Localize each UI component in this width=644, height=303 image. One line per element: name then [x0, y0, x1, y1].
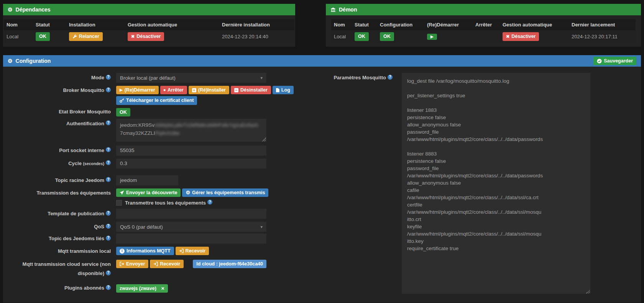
- manage-transmitted-devices-button[interactable]: ⚙ Gérer les équipements transmis: [182, 188, 268, 197]
- broker-state-badge: OK: [116, 108, 130, 116]
- send-discovery-label: Envoyer la découverte: [126, 190, 177, 196]
- remove-plugin-icon[interactable]: ✕: [161, 286, 164, 291]
- last-install-timestamp: 2024-12-23 20:14:40: [219, 30, 294, 43]
- download-client-cert-button[interactable]: Télécharger le certificat client: [116, 96, 197, 105]
- port-label: Port socket interne?: [3, 146, 116, 156]
- help-icon[interactable]: ?: [106, 75, 111, 80]
- cloud-id-badge: Id cloud : jeedom-f64e30ca40: [193, 260, 266, 268]
- configuration-panel: ⚙ Configuration Sauvegarder Mode? Broker…: [3, 55, 641, 303]
- send-discovery-button[interactable]: Envoyer la découverte: [116, 188, 181, 197]
- help-icon[interactable]: ?: [106, 87, 111, 92]
- save-button[interactable]: Sauvegarder: [593, 57, 636, 65]
- save-label: Sauvegarder: [604, 58, 633, 64]
- help-icon[interactable]: ?: [207, 200, 212, 205]
- sign-out-icon: [120, 262, 124, 266]
- configuration-panel-header: ⚙ Configuration Sauvegarder: [3, 55, 641, 67]
- port-input[interactable]: [116, 146, 266, 156]
- help-icon[interactable]: ?: [106, 224, 111, 229]
- cloud-id-text: Id cloud : jeedom-f64e30ca40: [196, 261, 263, 267]
- broker-stop-button[interactable]: ■Arrêter: [160, 86, 187, 94]
- linked-jeedoms-topic-input[interactable]: [116, 234, 266, 244]
- broker-install-button[interactable]: +(Ré)Installer: [189, 86, 229, 94]
- mqtt-info-button[interactable]: i Informations MQTT: [116, 247, 174, 255]
- sign-in-icon: [179, 249, 184, 253]
- stop-daemon-cell: [473, 30, 500, 43]
- broker-label: Broker Mosquitto?: [3, 86, 116, 95]
- col-gestion-automatique: Gestion automatique: [500, 19, 569, 30]
- col-installation: Installation: [66, 19, 125, 30]
- configuration-title: Configuration: [16, 58, 51, 64]
- qos-label-text: QoS: [94, 224, 104, 229]
- col-arreter: Arrêter: [473, 19, 500, 30]
- relaunch-dependencies-button[interactable]: Relancer: [69, 32, 103, 41]
- disable-auto-daemon-button[interactable]: ✖ Désactiver: [503, 32, 539, 41]
- col-nom: Nom: [4, 19, 33, 30]
- help-icon[interactable]: ?: [106, 270, 111, 275]
- disable-label: Désactiver: [511, 33, 536, 39]
- manage-devices-label: Gérer les équipements transmis: [192, 190, 265, 196]
- auth-textarea[interactable]: jeedom:KR9SvmWq3xLp8vTz2kRb6nJd4hFs9cYg1…: [116, 119, 266, 142]
- plus-square-icon: +: [192, 88, 196, 92]
- help-icon[interactable]: ?: [388, 75, 393, 80]
- help-icon[interactable]: ?: [106, 177, 111, 182]
- col-statut: Statut: [352, 19, 377, 30]
- mosquitto-params-label: Paramètres Mosquitto?: [325, 73, 402, 83]
- key-icon: [120, 98, 124, 103]
- file-icon: [276, 88, 279, 92]
- col-dernier-lancement: Dernier lancement: [569, 19, 636, 30]
- mqtt-local-receive-button[interactable]: Recevoir: [176, 247, 209, 255]
- mosquitto-params-textarea[interactable]: log_dest file /var/log/mosquitto/mosquit…: [402, 73, 590, 294]
- col-redemarrer: (Re)Démarrer: [424, 19, 473, 30]
- mode-label: Mode?: [3, 73, 116, 83]
- play-icon: ▶: [120, 88, 123, 92]
- table-row: Local OK OK ▶ ✖ Désactiver 20: [331, 30, 636, 43]
- broker-state-label-text: Etat Broker Mosquitto: [59, 109, 111, 115]
- chevron-down-icon: ▾: [260, 75, 263, 80]
- mqtt-cloud-label-line1: Mqtt transmission cloud service (non: [23, 261, 111, 267]
- cycle-input[interactable]: [116, 159, 266, 169]
- help-icon[interactable]: ?: [106, 147, 111, 152]
- auth-line1: jeedom:KR9SvmWq3xLp8vTz2kRb6nJd4hFs9cYg1…: [120, 121, 263, 129]
- help-icon[interactable]: ?: [106, 236, 111, 241]
- log-label: Log: [281, 87, 290, 93]
- col-nom: Nom: [331, 19, 352, 30]
- mosquitto-params-wrap: log_dest file /var/log/mosquitto/mosquit…: [402, 73, 590, 294]
- broker-uninstall-button[interactable]: −Désinstaller: [231, 86, 271, 94]
- mqtt-cloud-receive-button[interactable]: Recevoir: [150, 260, 184, 268]
- help-icon[interactable]: ?: [106, 211, 111, 216]
- publication-template-input[interactable]: [116, 209, 266, 219]
- qos-selected-value: QoS 0 (par défaut): [120, 224, 163, 230]
- disable-auto-dependencies-button[interactable]: ✖ Désactiver: [128, 32, 164, 41]
- mode-select[interactable]: Broker local (par défaut) ▾: [116, 73, 266, 83]
- mode-selected-value: Broker local (par défaut): [120, 75, 176, 81]
- mqtt-local-label-text: Mqtt tranmission local: [58, 248, 111, 254]
- wrench-icon: [72, 34, 77, 39]
- uninstall-label: Désinstaller: [240, 87, 268, 93]
- qos-select[interactable]: QoS 0 (par défaut) ▾: [116, 222, 266, 232]
- subscribed-plugin-tag: zwavejs (zwave) ✕: [116, 284, 168, 293]
- config-status-text: OK: [383, 33, 391, 39]
- dependency-name: Local: [4, 30, 33, 43]
- topic-root-input[interactable]: [116, 175, 178, 185]
- broker-log-button[interactable]: Log: [273, 86, 294, 94]
- help-icon[interactable]: ?: [106, 120, 111, 125]
- resize-grip[interactable]: [586, 290, 590, 293]
- daemon-config-badge: OK: [380, 32, 394, 41]
- broker-restart-button[interactable]: ▶(Re)Démarrer: [116, 86, 159, 94]
- transmit-all-checkbox[interactable]: [116, 200, 122, 206]
- resize-grip[interactable]: [262, 138, 266, 141]
- mqtt-cloud-send-label: Envoyer: [126, 261, 145, 267]
- cycle-label-suffix: (secondes): [83, 161, 104, 166]
- cycle-label-text: Cycle: [68, 161, 82, 166]
- help-icon[interactable]: ?: [106, 285, 111, 290]
- topic-root-label-text: Topic racine Jeedom: [55, 177, 104, 183]
- cog-icon: ⚙: [8, 7, 13, 12]
- sign-in-icon: [153, 262, 158, 266]
- info-icon: i: [120, 249, 125, 254]
- mqtt-cloud-send-button[interactable]: Envoyer: [116, 260, 148, 268]
- help-icon[interactable]: ?: [106, 160, 111, 165]
- broker-state-value: OK: [120, 109, 127, 115]
- configuration-body: Mode? Broker local (par défaut) ▾ Broker…: [3, 67, 641, 294]
- restart-daemon-button[interactable]: ▶: [427, 34, 437, 40]
- template-label-text: Template de publication: [48, 211, 104, 216]
